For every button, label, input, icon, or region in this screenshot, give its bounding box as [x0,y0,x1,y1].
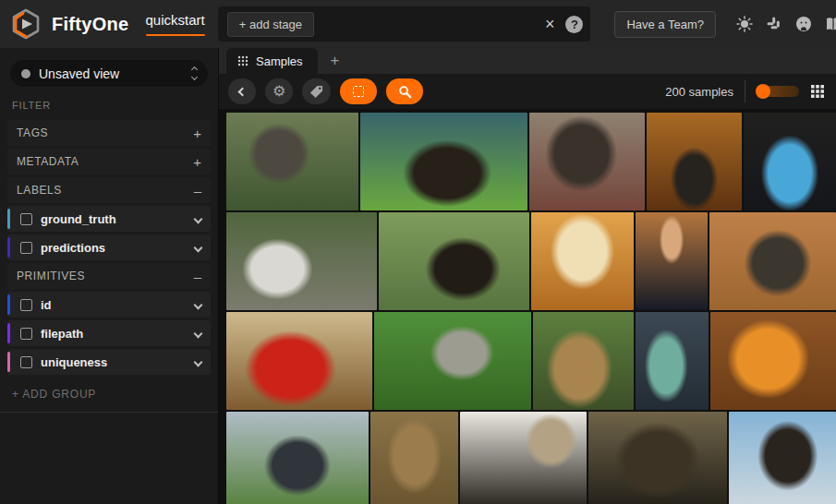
chevron-down-icon[interactable] [194,300,203,309]
collapse-icon[interactable]: – [194,270,201,283]
sidebar-field-id[interactable]: id [7,292,211,318]
chevron-down-icon[interactable] [194,243,203,252]
add-stage-button[interactable]: + add stage [227,12,314,37]
section-label: METADATA [17,155,193,168]
app-title: FiftyOne [52,14,129,35]
sidebar-section-metadata[interactable]: METADATA+ [7,149,211,174]
add-group-button[interactable]: + ADD GROUP [12,388,218,401]
active-dataset-underline [146,34,205,36]
field-checkbox[interactable] [20,356,32,368]
field-checkbox[interactable] [20,299,32,311]
sample-image-brown-bear-face[interactable] [533,312,634,410]
new-panel-button[interactable]: + [318,52,353,70]
field-color-bar [7,352,10,372]
section-label: PRIMITIVES [17,270,194,282]
sample-image-cat-in-mirror[interactable] [531,212,634,310]
chevron-down-icon[interactable] [194,214,203,223]
theme-sun-icon[interactable] [736,16,753,32]
filter-section-label: FILTER [12,100,218,111]
sample-image-dogs-playing-grass[interactable] [374,312,531,410]
sidebar-field-uniqueness[interactable]: uniqueness [7,349,211,375]
sample-image-blue-beach-cake[interactable] [744,113,836,210]
gear-icon: ⚙ [273,84,285,99]
sample-image-bears-fighting[interactable] [588,412,727,504]
slider-knob[interactable] [756,84,770,99]
slack-icon[interactable] [766,16,782,32]
tab-samples-label: Samples [256,54,303,68]
chevron-left-icon [237,87,247,96]
help-icon[interactable]: ? [565,16,583,33]
main-panel: Samples + ⚙ [219,48,836,504]
header-actions: Have a Team? [614,11,836,38]
dataset-name-tab[interactable]: quickstart [146,12,205,36]
field-label: id [41,298,195,312]
field-checkbox[interactable] [20,328,32,340]
sample-image-green-teddy-kiss[interactable] [636,312,709,410]
sample-image-cowboy-on-horse[interactable] [360,113,527,210]
patches-icon [353,86,364,97]
grid-row [226,312,836,410]
chevron-down-icon[interactable] [194,329,203,338]
collapse-sidebar-button[interactable] [228,78,256,104]
field-checkbox[interactable] [20,242,32,254]
panel-tabstrip: Samples + [219,48,836,74]
sample-image-cat-on-counter[interactable] [460,412,587,504]
section-label: TAGS [17,126,193,139]
tag-icon [309,85,323,99]
section-label: LABELS [17,184,194,197]
search-icon [398,85,412,99]
sample-image-airplane-runway[interactable] [226,412,369,504]
sidebar-section-tags[interactable]: TAGS+ [7,120,211,146]
sample-image-wild-turkey-forest[interactable] [226,113,358,210]
sample-image-brown-bear-portrait[interactable] [370,412,458,504]
docs-book-icon[interactable] [825,16,836,32]
sidebar-field-predictions[interactable]: predictions [7,234,211,260]
dataset-name[interactable]: quickstart [146,12,205,28]
sample-image-black-cow[interactable] [379,212,529,310]
grid-row [226,212,836,310]
field-color-bar [7,237,10,258]
sample-image-dinner-table-beer[interactable] [647,113,742,210]
saved-view-selector[interactable]: Unsaved view [10,60,208,87]
chevron-down-icon[interactable] [194,357,203,366]
grid-view-icon[interactable] [810,84,825,99]
sample-image-cat-in-bowl[interactable] [709,212,836,310]
expand-icon[interactable]: + [193,155,201,169]
tab-samples[interactable]: Samples [226,48,318,74]
collapse-icon[interactable]: – [194,184,201,198]
sidebar-section-labels[interactable]: LABELS– [7,177,211,203]
field-label: uniqueness [41,355,195,369]
sample-count: 200 samples [665,85,733,99]
sidebar: Unsaved view FILTER TAGS+METADATA+LABELS… [0,48,219,504]
sidebar-field-filepath[interactable]: filepath [7,320,211,346]
fiftyone-logo-icon[interactable] [9,7,42,41]
search-button[interactable] [386,78,423,104]
grid-row [226,412,836,504]
field-color-bar [7,323,10,343]
field-checkbox[interactable] [20,213,32,225]
samples-grid-icon [237,55,248,66]
sidebar-divider [0,412,218,413]
grid-zoom-slider[interactable] [757,86,799,97]
view-stage-bar[interactable]: + add stage × ? [218,6,591,42]
grid-row [226,113,836,210]
field-label: predictions [41,241,195,255]
patches-button[interactable] [340,78,377,104]
sample-image-man-in-suit[interactable] [636,212,708,310]
sidebar-section-primitives[interactable]: PRIMITIVES– [7,263,211,289]
expand-icon[interactable]: + [193,126,201,140]
display-options-button[interactable]: ⚙ [265,78,293,104]
sample-image-cat-on-rug[interactable] [529,113,645,210]
have-a-team-button[interactable]: Have a Team? [614,11,716,38]
sample-grid [219,109,836,504]
sample-image-red-plate-meal[interactable] [226,312,372,410]
github-icon[interactable] [795,16,812,32]
sample-image-spaniel-in-car[interactable] [729,412,836,504]
sample-image-commuter-train[interactable] [226,212,377,310]
sample-image-margherita-pizza[interactable] [710,312,836,410]
top-bar: FiftyOne quickstart + add stage × ? Have… [0,0,836,48]
sidebar-field-ground_truth[interactable]: ground_truth [7,206,211,232]
tag-samples-button[interactable] [302,78,331,104]
clear-view-icon[interactable]: × [545,16,555,32]
field-label: ground_truth [41,212,195,226]
